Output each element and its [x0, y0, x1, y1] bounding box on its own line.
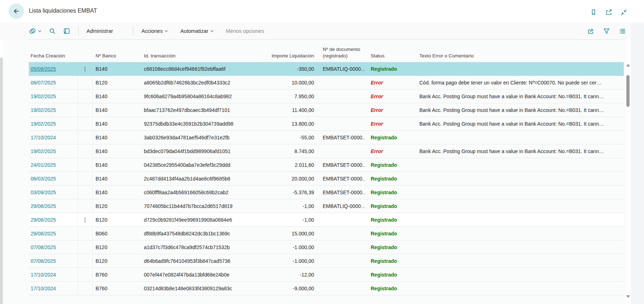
choose-columns-icon[interactable]	[619, 27, 626, 35]
status-badge: Registrado	[365, 286, 414, 291]
importe-liquidacion-cell: -1,00	[259, 217, 317, 223]
fecha-creacion-cell: 19/02/2025	[29, 94, 78, 99]
col-header-status[interactable]: Status	[365, 53, 414, 62]
table-row[interactable]: 17/10/2024 ⋮ B760 007ef447e0824f47bda13b…	[29, 268, 624, 282]
fecha-creacion-link[interactable]: 19/02/2025	[31, 121, 56, 127]
fecha-creacion-cell: 17/10/2024	[29, 272, 78, 278]
fecha-creacion-link[interactable]: 07/08/2025	[31, 258, 56, 264]
table-body: 05/09/2025 ⋮ B140 c68108ecc88d4cef94661f…	[29, 62, 624, 304]
importe-liquidacion-cell: -1,00	[259, 203, 317, 209]
table-row[interactable]: 29/08/2025 ⋮ B120 7074605bc11b44d7b7bcca…	[29, 199, 624, 213]
fecha-creacion-link[interactable]: 07/08/2025	[31, 244, 56, 250]
fecha-creacion-link[interactable]: 19/02/2025	[31, 148, 56, 154]
header-actions	[590, 9, 627, 16]
col-header-no-documento-line1: Nº de documento	[323, 46, 362, 53]
table-row[interactable]: 06/03/2025 ⋮ B140 2c487dd4134f4aa2b1d4ae…	[29, 172, 624, 186]
collapse-icon[interactable]	[620, 9, 627, 16]
row-context-menu-button[interactable]: ⋮	[83, 66, 88, 71]
fecha-creacion-cell: 03/09/2025	[29, 190, 78, 195]
col-header-fecha-creacion[interactable]: Fecha Creación	[29, 53, 78, 62]
table-row[interactable]: 07/08/2025 ⋮ B120 a1d37c7f3d6c478ca9df25…	[29, 240, 624, 254]
table-row[interactable]: 24/01/2025 ⋮ B140 042385ce2955400aba7e3e…	[29, 158, 624, 172]
fecha-creacion-cell: 17/10/2024	[29, 135, 78, 140]
fecha-creacion-link[interactable]: 17/10/2024	[31, 135, 56, 140]
row-menu-cell: ⋮	[78, 158, 93, 171]
switch-view-button[interactable]	[29, 27, 41, 35]
action-bar-icons-left	[29, 27, 70, 35]
col-header-no-documento[interactable]: Nº de documento (registrado)	[317, 46, 365, 62]
scrollbar-thumb[interactable]	[626, 75, 630, 107]
table-row[interactable]: 19/02/2025 ⋮ B140 bd3dec079da044f1bdd989…	[29, 144, 624, 158]
chevron-down-icon	[38, 30, 41, 32]
no-banco-cell: B120	[93, 203, 141, 209]
fecha-creacion-cell: 29/08/2025	[29, 217, 78, 223]
importe-liquidacion-cell: -1.000,00	[259, 244, 317, 250]
fecha-creacion-link[interactable]: 06/03/2025	[31, 176, 56, 182]
fecha-creacion-link[interactable]: 17/10/2024	[31, 272, 56, 278]
table-row[interactable]: 05/09/2025 ⋮ B140 c68108ecc88d4cef94661f…	[29, 62, 624, 76]
fecha-creacion-link[interactable]: 24/01/2025	[31, 162, 56, 168]
scrollbar-up-arrow[interactable]	[626, 64, 630, 66]
fecha-creacion-link[interactable]: 29/08/2025	[31, 217, 56, 223]
table-row[interactable]: 19/02/2025 ⋮ B140 92375dbdb33e4c3591b2b3…	[29, 117, 624, 131]
fecha-creacion-cell: 05/09/2025	[29, 66, 78, 72]
status-badge: Registrado	[365, 258, 414, 264]
analyze-icon[interactable]	[63, 27, 70, 35]
fecha-creacion-link[interactable]: 29/08/2025	[31, 203, 56, 209]
menu-menos-opciones[interactable]: Menos opciones	[226, 28, 264, 34]
page-title: Lista liquidaciones EMBAT	[29, 8, 97, 14]
table-row[interactable]: 29/08/2025 ⋮ B120 d729c0b9281f49ee996919…	[29, 213, 624, 227]
fecha-creacion-link[interactable]: 03/09/2025	[31, 190, 56, 195]
id-transaccion-cell: bfaac713762e497dbcaec3b494df7101	[141, 107, 259, 113]
row-menu-cell: ⋮	[78, 103, 93, 117]
scrollbar-down-arrow[interactable]	[626, 295, 630, 298]
fecha-creacion-link[interactable]: 05/09/2025	[31, 66, 56, 72]
fecha-creacion-link[interactable]: 17/10/2024	[31, 286, 56, 291]
back-button[interactable]	[9, 4, 24, 19]
no-banco-cell: B140	[93, 190, 141, 195]
table-row[interactable]: 19/02/2025 ⋮ B140 bfaac713762e497dbcaec3…	[29, 103, 624, 117]
row-menu-cell: ⋮	[78, 172, 93, 185]
table-row[interactable]: 29/08/2025 ⋮ B060 df88b9fa437548db8242dc…	[29, 227, 624, 240]
fecha-creacion-link[interactable]: 19/02/2025	[31, 107, 56, 113]
row-context-menu-button[interactable]: ⋮	[83, 217, 88, 222]
fecha-creacion-link[interactable]: 29/08/2025	[31, 231, 56, 236]
share-icon[interactable]	[587, 27, 594, 35]
open-in-new-window-icon[interactable]	[605, 9, 612, 16]
fecha-creacion-cell: 17/10/2024	[29, 286, 78, 291]
col-header-no-banco[interactable]: Nº Banco	[93, 53, 141, 62]
col-header-importe-liquidacion[interactable]: Importe Liquidación	[259, 53, 317, 62]
id-transaccion-cell: 007ef447e0824f47bda13bfd68e24b0e	[141, 272, 259, 278]
bookmark-icon[interactable]	[590, 9, 597, 16]
row-menu-cell: ⋮	[78, 90, 93, 103]
menu-automatizar[interactable]: Automatizar	[180, 28, 213, 34]
status-badge: Registrado	[365, 162, 414, 168]
switch-view-icon	[29, 27, 36, 35]
action-bar: Administrar Acciones Automatizar Menos o…	[0, 22, 631, 40]
table-row[interactable]: 07/08/2025 ⋮ B120 d64b6ad9fc764104953f3b…	[29, 254, 624, 268]
vertical-scrollbar[interactable]	[625, 40, 631, 304]
col-header-texto-error[interactable]: Texto Error o Comentario	[414, 53, 624, 62]
no-banco-cell: B120	[93, 258, 141, 264]
menu-acciones[interactable]: Acciones	[141, 28, 168, 34]
importe-liquidacion-cell: 2.011,60	[259, 162, 317, 168]
no-banco-cell: B760	[93, 272, 141, 278]
filter-icon[interactable]	[603, 27, 610, 35]
no-banco-cell: B120	[93, 217, 141, 223]
row-menu-cell: ⋮	[78, 76, 93, 89]
col-header-id-transaccion[interactable]: Id. transacción	[141, 53, 259, 62]
texto-error-cell: Cód. forma pago debe tener un valor en C…	[414, 80, 624, 86]
fecha-creacion-link[interactable]: 08/07/2025	[31, 80, 56, 86]
no-banco-cell: B140	[93, 107, 141, 113]
table-row[interactable]: 03/09/2025 ⋮ B140 c060fff8aa2a4b56916605…	[29, 186, 624, 199]
table-row[interactable]: 08/07/2025 ⋮ B120 a8065b2df6b74626b3bc2e…	[29, 76, 624, 90]
menu-administrar[interactable]: Administrar	[87, 28, 113, 34]
importe-liquidacion-cell: 10.000,00	[259, 80, 317, 86]
table-row[interactable]: 17/10/2024 ⋮ B140 3ab0326e93da4781aef546…	[29, 131, 624, 144]
search-icon[interactable]	[49, 27, 56, 35]
id-transaccion-cell: df88b9fa437548db8242dc3b1bc1369c	[141, 231, 259, 236]
table-row[interactable]: 19/02/2025 ⋮ B140 9fc606a8279a4b95804a86…	[29, 90, 624, 103]
table-row[interactable]: 17/10/2024 ⋮ B760 03214d83b8e148e0833f43…	[29, 282, 624, 295]
status-badge: Error	[365, 148, 414, 154]
fecha-creacion-link[interactable]: 19/02/2025	[31, 94, 56, 99]
